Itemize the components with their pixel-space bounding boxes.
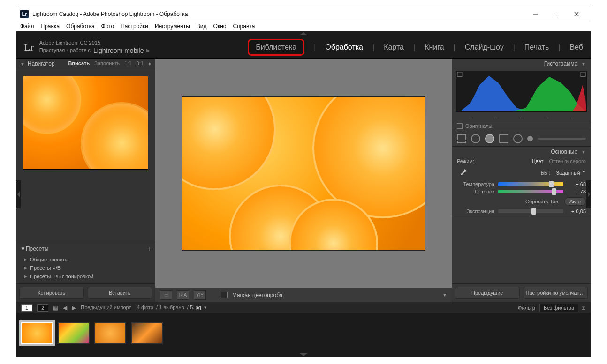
module-library[interactable]: Библиотека xyxy=(248,39,304,56)
module-slideshow[interactable]: Слайд-шоу xyxy=(465,43,504,52)
treatment-color[interactable]: Цвет xyxy=(532,158,544,164)
presets-header[interactable]: ▼ Пресеты + xyxy=(16,243,155,254)
originals-label: Оригиналы xyxy=(465,123,493,129)
treatment-label: Режим: xyxy=(457,158,474,164)
tool-slider[interactable] xyxy=(538,138,586,140)
menu-settings[interactable]: Настройки xyxy=(121,23,148,30)
histogram-title: Гистограмма xyxy=(544,60,577,67)
main-image xyxy=(182,96,425,251)
softproof-label: Мягкая цветопроба xyxy=(232,292,282,298)
preset-folder[interactable]: ▶Общие пресеты xyxy=(24,255,155,264)
svg-rect-1 xyxy=(554,12,558,16)
crop-tool[interactable] xyxy=(457,134,466,143)
module-web[interactable]: Веб xyxy=(569,43,583,52)
zoom-more-icon[interactable]: ♦ xyxy=(148,60,151,67)
module-print[interactable]: Печать xyxy=(524,43,549,52)
filter-lock-icon[interactable]: ⊞ xyxy=(581,305,586,311)
module-picker: Библиотека | Обработка | Карта | Книга |… xyxy=(248,39,583,56)
navigator-header[interactable]: ▼ Навигатор Вписать Заполнить 1:1 3:1 ♦ xyxy=(16,59,155,69)
exposure-slider[interactable]: Экспозиция + 0,05 xyxy=(452,208,591,215)
brush-tool[interactable] xyxy=(527,136,533,141)
menu-window[interactable]: Окно xyxy=(213,23,227,30)
treatment-bw[interactable]: Оттенки серого xyxy=(549,158,586,164)
tone-auto-button[interactable]: Авто xyxy=(564,197,586,206)
minimize-button[interactable] xyxy=(525,7,546,21)
copy-button[interactable]: Копировать xyxy=(19,287,84,299)
filter-bar: Фильтр: Без фильтра ⊞ xyxy=(518,304,586,312)
radial-tool[interactable] xyxy=(513,134,523,143)
nav-back-icon[interactable]: ◀ xyxy=(63,305,67,311)
exposure-value: + 0,05 xyxy=(567,208,586,214)
originals-row[interactable]: Оригиналы xyxy=(452,121,591,131)
zoom-fill[interactable]: Заполнить xyxy=(94,60,120,67)
wb-dropdown[interactable]: Заданный ⌃ xyxy=(556,170,586,176)
menu-file[interactable]: Файл xyxy=(20,23,34,30)
filmstrip-thumb[interactable] xyxy=(131,322,163,344)
originals-checkbox[interactable] xyxy=(457,123,463,129)
filter-dropdown[interactable]: Без фильтра xyxy=(539,304,578,312)
zoom-3to1[interactable]: 3:1 xyxy=(137,60,144,67)
filmstrip[interactable] xyxy=(16,313,591,352)
menu-help[interactable]: Справка xyxy=(233,23,255,30)
grid-icon[interactable]: ▦ xyxy=(53,305,58,311)
reset-defaults-button[interactable]: Настройки по умолчанию... xyxy=(524,287,588,299)
maximize-button[interactable] xyxy=(546,7,566,21)
menu-photo[interactable]: Фото xyxy=(101,23,114,30)
tint-value: + 78 xyxy=(567,189,586,194)
before-after-yy-button[interactable]: Y|Y xyxy=(194,290,206,300)
breadcrumb[interactable]: Предыдущий импорт 4 фото / 1 выбрано / 5… xyxy=(81,305,207,311)
svg-rect-8 xyxy=(581,72,585,77)
loupe-view-button[interactable]: ▭ xyxy=(160,290,172,300)
nav-forward-icon[interactable]: ▶ xyxy=(72,305,76,311)
app-window: Lr Lightroom Catalog - Adobe Photoshop L… xyxy=(16,7,591,357)
module-develop[interactable]: Обработка xyxy=(325,43,363,52)
top-panel-toggle[interactable] xyxy=(16,31,591,36)
menu-view[interactable]: Вид xyxy=(197,23,207,30)
right-panel-toggle[interactable] xyxy=(586,180,591,208)
histogram-header[interactable]: Гистограмма ▼ xyxy=(452,59,591,69)
close-button[interactable] xyxy=(566,7,587,21)
titlebar: Lr Lightroom Catalog - Adobe Photoshop L… xyxy=(16,7,591,21)
redeye-tool[interactable] xyxy=(485,134,494,143)
screen-2-button[interactable]: 2 xyxy=(37,304,48,312)
gradient-tool[interactable] xyxy=(499,134,508,143)
toolbar-more-icon[interactable]: ▼ xyxy=(442,292,447,297)
add-preset-button[interactable]: + xyxy=(147,245,151,253)
svg-rect-7 xyxy=(457,72,462,77)
menu-edit[interactable]: Правка xyxy=(41,23,60,30)
right-panel: Гистограмма ▼ ---------- xyxy=(452,59,591,302)
left-panel-toggle[interactable] xyxy=(16,180,21,208)
before-after-ra-button[interactable]: R|A xyxy=(177,290,189,300)
histogram[interactable] xyxy=(456,71,587,112)
menu-develop[interactable]: Обработка xyxy=(66,23,95,30)
module-book[interactable]: Книга xyxy=(425,43,444,52)
menu-bar: Файл Правка Обработка Фото Настройки Инс… xyxy=(16,21,591,31)
wb-row: ББ : Заданный ⌃ xyxy=(452,165,591,180)
identity-plate: Adobe Lightroom CC 2015 Приступая к рабо… xyxy=(39,39,151,54)
eyedropper-tool[interactable] xyxy=(457,167,469,179)
zoom-fit[interactable]: Вписать xyxy=(68,60,90,67)
presets-title: Пресеты xyxy=(26,245,48,252)
filmstrip-thumb[interactable] xyxy=(94,322,126,344)
softproof-checkbox[interactable] xyxy=(221,292,228,298)
workarea: ▼ Навигатор Вписать Заполнить 1:1 3:1 ♦ … xyxy=(16,59,591,302)
zoom-1to1[interactable]: 1:1 xyxy=(124,60,131,67)
spot-tool[interactable] xyxy=(471,134,480,143)
basic-header[interactable]: Основные ▼ xyxy=(452,147,591,157)
tint-slider[interactable]: Оттенок + 78 xyxy=(452,188,591,195)
screen-1-button[interactable]: 1 xyxy=(21,304,32,312)
paste-button[interactable]: Вставить xyxy=(88,287,152,299)
image-canvas[interactable] xyxy=(155,59,452,288)
filmstrip-thumb[interactable] xyxy=(58,322,90,344)
preset-folder[interactable]: ▶Пресеты Ч/Б с тонировкой xyxy=(24,272,155,281)
module-map[interactable]: Карта xyxy=(384,43,404,52)
menu-tools[interactable]: Инструменты xyxy=(155,23,190,30)
temperature-slider[interactable]: Температура + 68 xyxy=(452,180,591,188)
preset-folder[interactable]: ▶Пресеты Ч/Б xyxy=(24,264,155,272)
center-panel: ▭ R|A Y|Y Мягкая цветопроба ▼ xyxy=(155,59,452,302)
brand-dropdown-icon[interactable]: ▶ xyxy=(146,47,150,53)
navigator-preview[interactable] xyxy=(23,76,148,170)
previous-button[interactable]: Предыдущие xyxy=(455,287,520,299)
filmstrip-thumb[interactable] xyxy=(21,322,53,344)
bottom-panel-toggle[interactable] xyxy=(16,352,591,357)
